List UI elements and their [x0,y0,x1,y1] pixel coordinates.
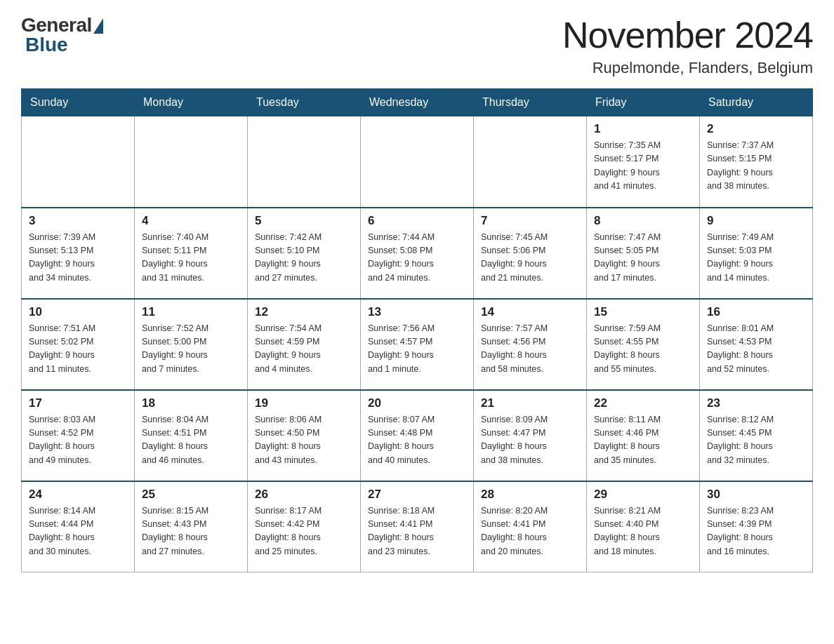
day-number: 27 [368,488,466,502]
day-number: 30 [707,488,805,502]
calendar-header-wednesday: Wednesday [361,89,474,116]
calendar-cell: 26Sunrise: 8:17 AM Sunset: 4:42 PM Dayli… [248,481,361,572]
calendar-cell [135,116,248,208]
calendar-cell: 28Sunrise: 8:20 AM Sunset: 4:41 PM Dayli… [474,481,587,572]
day-info: Sunrise: 8:14 AM Sunset: 4:44 PM Dayligh… [29,504,127,559]
calendar-cell: 19Sunrise: 8:06 AM Sunset: 4:50 PM Dayli… [248,390,361,481]
day-info: Sunrise: 7:59 AM Sunset: 4:55 PM Dayligh… [594,322,692,377]
day-number: 16 [707,305,805,319]
day-number: 3 [29,214,127,228]
calendar-cell: 11Sunrise: 7:52 AM Sunset: 5:00 PM Dayli… [135,299,248,390]
calendar-header-saturday: Saturday [700,89,813,116]
calendar-cell: 2Sunrise: 7:37 AM Sunset: 5:15 PM Daylig… [700,116,813,208]
day-number: 9 [707,214,805,228]
day-info: Sunrise: 8:18 AM Sunset: 4:41 PM Dayligh… [368,504,466,559]
month-title: November 2024 [562,14,813,56]
calendar-cell: 21Sunrise: 8:09 AM Sunset: 4:47 PM Dayli… [474,390,587,481]
day-number: 10 [29,305,127,319]
day-info: Sunrise: 8:11 AM Sunset: 4:46 PM Dayligh… [594,413,692,468]
day-info: Sunrise: 7:54 AM Sunset: 4:59 PM Dayligh… [255,322,353,377]
day-info: Sunrise: 8:23 AM Sunset: 4:39 PM Dayligh… [707,504,805,559]
calendar-cell: 15Sunrise: 7:59 AM Sunset: 4:55 PM Dayli… [587,299,700,390]
calendar-header-friday: Friday [587,89,700,116]
calendar-cell: 29Sunrise: 8:21 AM Sunset: 4:40 PM Dayli… [587,481,700,572]
day-info: Sunrise: 7:35 AM Sunset: 5:17 PM Dayligh… [594,139,692,194]
day-number: 2 [707,122,805,136]
day-number: 20 [368,396,466,410]
day-info: Sunrise: 7:56 AM Sunset: 4:57 PM Dayligh… [368,322,466,377]
day-number: 14 [481,305,579,319]
day-info: Sunrise: 8:03 AM Sunset: 4:52 PM Dayligh… [29,413,127,468]
logo-blue-text: Blue [25,34,68,56]
calendar-week-row: 10Sunrise: 7:51 AM Sunset: 5:02 PM Dayli… [22,299,813,390]
calendar-cell: 13Sunrise: 7:56 AM Sunset: 4:57 PM Dayli… [361,299,474,390]
calendar-header-thursday: Thursday [474,89,587,116]
day-info: Sunrise: 7:52 AM Sunset: 5:00 PM Dayligh… [142,322,240,377]
day-info: Sunrise: 8:06 AM Sunset: 4:50 PM Dayligh… [255,413,353,468]
day-number: 1 [594,122,692,136]
day-number: 5 [255,214,353,228]
calendar-cell: 30Sunrise: 8:23 AM Sunset: 4:39 PM Dayli… [700,481,813,572]
calendar-week-row: 1Sunrise: 7:35 AM Sunset: 5:17 PM Daylig… [22,116,813,208]
calendar-cell: 14Sunrise: 7:57 AM Sunset: 4:56 PM Dayli… [474,299,587,390]
page-header: General Blue November 2024 Rupelmonde, F… [21,14,813,77]
day-number: 23 [707,396,805,410]
calendar-cell: 22Sunrise: 8:11 AM Sunset: 4:46 PM Dayli… [587,390,700,481]
day-number: 21 [481,396,579,410]
day-info: Sunrise: 8:21 AM Sunset: 4:40 PM Dayligh… [594,504,692,559]
day-info: Sunrise: 7:49 AM Sunset: 5:03 PM Dayligh… [707,231,805,286]
day-info: Sunrise: 8:01 AM Sunset: 4:53 PM Dayligh… [707,322,805,377]
day-info: Sunrise: 7:45 AM Sunset: 5:06 PM Dayligh… [481,231,579,286]
day-info: Sunrise: 8:04 AM Sunset: 4:51 PM Dayligh… [142,413,240,468]
day-info: Sunrise: 7:47 AM Sunset: 5:05 PM Dayligh… [594,231,692,286]
calendar-week-row: 17Sunrise: 8:03 AM Sunset: 4:52 PM Dayli… [22,390,813,481]
calendar-cell: 3Sunrise: 7:39 AM Sunset: 5:13 PM Daylig… [22,208,135,299]
calendar-cell [248,116,361,208]
calendar-cell: 9Sunrise: 7:49 AM Sunset: 5:03 PM Daylig… [700,208,813,299]
calendar-cell: 1Sunrise: 7:35 AM Sunset: 5:17 PM Daylig… [587,116,700,208]
day-number: 6 [368,214,466,228]
day-info: Sunrise: 8:17 AM Sunset: 4:42 PM Dayligh… [255,504,353,559]
logo-triangle-icon [93,18,103,34]
calendar-cell: 23Sunrise: 8:12 AM Sunset: 4:45 PM Dayli… [700,390,813,481]
day-number: 8 [594,214,692,228]
calendar-cell: 12Sunrise: 7:54 AM Sunset: 4:59 PM Dayli… [248,299,361,390]
calendar-header-sunday: Sunday [22,89,135,116]
day-number: 28 [481,488,579,502]
day-number: 11 [142,305,240,319]
calendar-header-row: SundayMondayTuesdayWednesdayThursdayFrid… [22,89,813,116]
day-info: Sunrise: 7:44 AM Sunset: 5:08 PM Dayligh… [368,231,466,286]
calendar-cell: 7Sunrise: 7:45 AM Sunset: 5:06 PM Daylig… [474,208,587,299]
day-number: 17 [29,396,127,410]
calendar-cell: 18Sunrise: 8:04 AM Sunset: 4:51 PM Dayli… [135,390,248,481]
calendar-cell: 24Sunrise: 8:14 AM Sunset: 4:44 PM Dayli… [22,481,135,572]
day-info: Sunrise: 8:12 AM Sunset: 4:45 PM Dayligh… [707,413,805,468]
day-number: 4 [142,214,240,228]
logo: General Blue [21,14,103,56]
calendar-cell: 27Sunrise: 8:18 AM Sunset: 4:41 PM Dayli… [361,481,474,572]
day-number: 15 [594,305,692,319]
day-info: Sunrise: 8:15 AM Sunset: 4:43 PM Dayligh… [142,504,240,559]
day-info: Sunrise: 7:42 AM Sunset: 5:10 PM Dayligh… [255,231,353,286]
calendar-cell: 4Sunrise: 7:40 AM Sunset: 5:11 PM Daylig… [135,208,248,299]
day-number: 24 [29,488,127,502]
calendar-cell [22,116,135,208]
calendar-cell: 5Sunrise: 7:42 AM Sunset: 5:10 PM Daylig… [248,208,361,299]
day-info: Sunrise: 8:07 AM Sunset: 4:48 PM Dayligh… [368,413,466,468]
calendar-table: SundayMondayTuesdayWednesdayThursdayFrid… [21,88,813,572]
calendar-cell [474,116,587,208]
calendar-cell: 17Sunrise: 8:03 AM Sunset: 4:52 PM Dayli… [22,390,135,481]
calendar-cell: 20Sunrise: 8:07 AM Sunset: 4:48 PM Dayli… [361,390,474,481]
calendar-cell: 16Sunrise: 8:01 AM Sunset: 4:53 PM Dayli… [700,299,813,390]
calendar-cell: 8Sunrise: 7:47 AM Sunset: 5:05 PM Daylig… [587,208,700,299]
day-number: 19 [255,396,353,410]
day-number: 25 [142,488,240,502]
title-block: November 2024 Rupelmonde, Flanders, Belg… [562,14,813,77]
calendar-cell: 25Sunrise: 8:15 AM Sunset: 4:43 PM Dayli… [135,481,248,572]
day-number: 22 [594,396,692,410]
calendar-header-tuesday: Tuesday [248,89,361,116]
day-info: Sunrise: 8:20 AM Sunset: 4:41 PM Dayligh… [481,504,579,559]
calendar-week-row: 24Sunrise: 8:14 AM Sunset: 4:44 PM Dayli… [22,481,813,572]
calendar-week-row: 3Sunrise: 7:39 AM Sunset: 5:13 PM Daylig… [22,208,813,299]
day-info: Sunrise: 8:09 AM Sunset: 4:47 PM Dayligh… [481,413,579,468]
